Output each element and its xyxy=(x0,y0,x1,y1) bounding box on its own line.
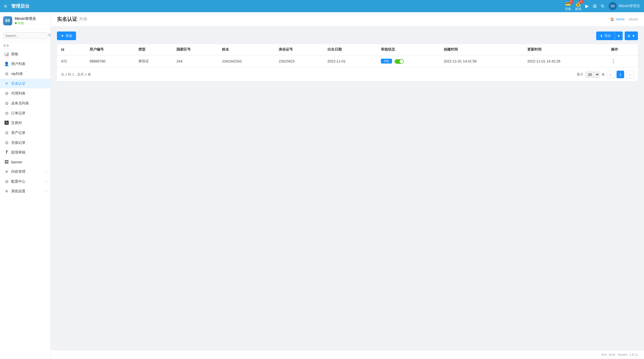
profile-name: 69coin管理员 xyxy=(15,17,36,21)
recharge-action[interactable]: 💳 充值 0 xyxy=(565,1,571,11)
sidebar-profile: 69 69coin管理员 在线 xyxy=(0,12,51,30)
profile-logo: 69 xyxy=(3,16,12,25)
sidebar-item-user-list[interactable]: 👤 用户列表 xyxy=(0,59,51,69)
cell-id-number: 23423423 xyxy=(275,55,323,67)
layout: 69 69coin管理员 在线 🔍 菜单 📊 面板 👤 用户列表 xyxy=(0,12,644,359)
breadcrumb-sep: › xyxy=(626,17,627,21)
sidebar-item-real-name[interactable]: ≡ 实名认证 xyxy=(0,79,51,88)
withdraw-badge: 1 xyxy=(579,0,583,4)
page-size-select[interactable]: 20 50 100 xyxy=(585,71,600,78)
filter-button[interactable]: ▼ 筛选 xyxy=(57,32,76,40)
search-input[interactable] xyxy=(5,34,48,38)
header-right: 💳 充值 0 💰 提现 1 ▶ ⊞ ↻ 69 69coin管理员 xyxy=(565,1,640,11)
export-button[interactable]: ⬇ 导出 xyxy=(596,32,615,40)
sidebar-item-content-mgmt[interactable]: ≡ 内容管理 ‹ xyxy=(0,167,51,177)
col-created-time: 创建时间 xyxy=(440,44,523,55)
table-row: 472 88889760 身份证 244 2342342342 23423423… xyxy=(57,55,638,67)
recharge-records-icon: ⊙ xyxy=(4,140,9,145)
export-icon: ⬇ xyxy=(600,34,603,38)
real-name-icon: ≡ xyxy=(4,81,9,86)
agent-list-icon: ⊙ xyxy=(4,91,9,96)
col-action: 操作 xyxy=(607,44,638,55)
col-type: 类型 xyxy=(134,44,172,55)
sidebar-item-label-dashboard: 面板 xyxy=(11,52,47,56)
sidebar-item-label-asset-records: 资产记录 xyxy=(11,131,47,135)
sidebar-item-recharge-records[interactable]: ⊙ 充值记录 xyxy=(0,138,51,148)
cell-country-code: 244 xyxy=(172,55,218,67)
col-updated-time: 更新时间 xyxy=(523,44,607,55)
orders-icon: ⊙ xyxy=(4,111,9,116)
toolbar-left: ▼ 筛选 xyxy=(57,32,76,40)
sidebar-item-label-agent-list: 代理列表 xyxy=(11,91,47,96)
sidebar-item-transactions[interactable]: 🅰 交易对 xyxy=(0,118,51,128)
salesperson-icon: ⊙ xyxy=(4,101,9,106)
breadcrumb-home-link[interactable]: Home xyxy=(616,17,625,21)
version-label: Version xyxy=(618,353,628,356)
sidebar-item-vip-list[interactable]: ⊙ vip列表 xyxy=(0,69,51,79)
sidebar-item-asset-records[interactable]: ⊙ 资产记录 xyxy=(0,128,51,138)
sidebar-item-config-center[interactable]: ⊙ 配置中心 ‹ xyxy=(0,177,51,186)
sidebar-item-label-withdraw-review: 提现审核 xyxy=(11,150,47,155)
refresh-icon[interactable]: ↻ xyxy=(601,3,605,9)
sidebar-item-label-recharge-records: 充值记录 xyxy=(11,141,47,145)
cell-created-time: 2022-11-01 14:41:56 xyxy=(440,55,523,67)
pagination-wrap: 从 1 到 1，总共 1 条 显示 20 50 100 条 ‹ 1 › xyxy=(57,67,638,81)
export-dropdown-button[interactable]: ▼ xyxy=(615,32,623,40)
content-area: ▼ 筛选 ⬇ 导出 ▼ ⊞ xyxy=(51,26,644,350)
breadcrumb: 🏠 Home › Idcard xyxy=(610,17,638,21)
dropdown-chevron-icon: ▼ xyxy=(617,34,620,38)
withdraw-label: 提现 xyxy=(575,7,581,11)
status-label: 在线 xyxy=(18,21,24,25)
sidebar-item-system-settings[interactable]: ≡ 系统设置 ‹ xyxy=(0,186,51,196)
cell-user-number: 88889760 xyxy=(85,55,134,67)
view-button[interactable]: ⊞ ▼ xyxy=(625,32,638,40)
sidebar-item-banner[interactable]: 🖼 banner xyxy=(0,157,51,167)
sidebar-item-dashboard[interactable]: 📊 面板 xyxy=(0,49,51,59)
pagination-info: 从 1 到 1，总共 1 条 xyxy=(61,72,91,77)
config-center-icon: ⊙ xyxy=(4,179,9,184)
export-button-wrap: ⬇ 导出 ▼ xyxy=(596,32,623,40)
search-box: 🔍 xyxy=(0,30,51,42)
cell-birth-date: 2022-11-01 xyxy=(323,55,377,67)
cell-type: 身份证 xyxy=(134,55,172,67)
main-content: 实名认证 列表 🏠 Home › Idcard ▼ 筛选 xyxy=(51,12,644,359)
env-label: Env xyxy=(602,353,607,356)
page-1-button[interactable]: 1 xyxy=(617,71,624,78)
user-info[interactable]: 69 69coin管理员 xyxy=(609,2,640,10)
header-left: ≡ 管理后台 xyxy=(4,3,29,9)
audit-status-badge: ON xyxy=(381,59,392,64)
col-user-number: 用户编号 xyxy=(85,44,134,55)
play-icon[interactable]: ▶ xyxy=(585,3,589,9)
withdraw-action[interactable]: 💰 提现 1 xyxy=(575,1,581,11)
grid-icon[interactable]: ⊞ xyxy=(593,3,597,9)
sidebar-item-label-salesperson: 业务员列表 xyxy=(11,101,47,106)
page-title: 实名认证 xyxy=(57,16,77,23)
sidebar-item-agent-list[interactable]: ⊙ 代理列表 xyxy=(0,88,51,98)
cell-id: 472 xyxy=(57,55,85,67)
dashboard-icon: 📊 xyxy=(4,52,9,56)
user-name: 69coin管理员 xyxy=(619,4,640,8)
action-menu-button[interactable]: ⋮ xyxy=(611,59,616,64)
search-icon[interactable]: 🔍 xyxy=(48,34,51,38)
page-subtitle: 列表 xyxy=(79,17,87,22)
view-icon: ⊞ xyxy=(627,34,630,38)
breadcrumb-bar: 实名认证 列表 🏠 Home › Idcard xyxy=(51,12,644,26)
cell-updated-time: 2022-11-01 14:42:26 xyxy=(523,55,607,67)
page-title-area: 实名认证 列表 xyxy=(57,16,87,23)
toolbar-right: ⬇ 导出 ▼ ⊞ ▼ xyxy=(596,32,638,40)
prev-page-button[interactable]: ‹ xyxy=(607,71,615,78)
per-page-label: 条 xyxy=(602,72,605,77)
col-name: 姓名 xyxy=(218,44,275,55)
view-chevron-icon: ▼ xyxy=(632,34,635,38)
audit-status-toggle[interactable] xyxy=(395,59,404,64)
sidebar-item-label-system-settings: 系统设置 xyxy=(11,189,43,194)
hamburger-menu-icon[interactable]: ≡ xyxy=(4,3,7,9)
sidebar-item-salesperson[interactable]: ⊙ 业务员列表 xyxy=(0,98,51,108)
footer: Env local Version 1.8.11 xyxy=(51,350,644,359)
col-audit-status: 审核状态 xyxy=(377,44,440,55)
transactions-icon: 🅰 xyxy=(4,121,9,125)
next-page-button[interactable]: › xyxy=(626,71,634,78)
sidebar-item-withdraw-review[interactable]: T 提现审核 xyxy=(0,148,51,157)
status-dot xyxy=(15,22,17,24)
sidebar-item-orders[interactable]: ⊙ 订单记录 xyxy=(0,108,51,118)
